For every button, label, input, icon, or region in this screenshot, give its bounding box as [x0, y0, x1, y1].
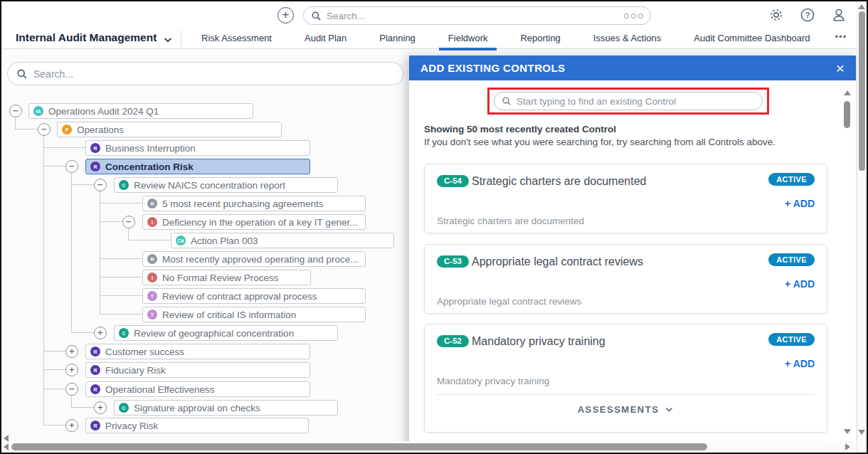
add-control-button[interactable]: + ADD [785, 278, 815, 290]
control-badge: C [119, 328, 129, 338]
request-badge: R [147, 199, 157, 208]
tree-connector [44, 351, 65, 352]
tree-node-label: Action Plan 003 [191, 236, 258, 246]
expand-toggle[interactable]: + [94, 401, 107, 414]
tab-reporting[interactable]: Reporting [504, 28, 576, 49]
tree-node-label: Review of critical IS information [162, 310, 296, 320]
tree-node-label: Concentration Risk [105, 162, 194, 172]
create-new-icon[interactable]: + [277, 7, 294, 23]
tab-audit-plan[interactable]: Audit Plan [288, 28, 363, 49]
tree-node-request[interactable]: R 5 most recent purchasing agreements [142, 196, 366, 211]
app-title[interactable]: Internal Audit Management [16, 31, 157, 44]
top-bar: + ? [1, 1, 867, 28]
tree-connector [100, 203, 142, 204]
risk-badge: R [90, 162, 100, 171]
modal-scroll-down-arrow[interactable] [844, 429, 851, 434]
chevron-down-icon [665, 405, 674, 414]
tab-audit-committee-dashboard[interactable]: Audit Committee Dashboard [677, 28, 826, 49]
chevron-down-icon[interactable] [163, 35, 173, 45]
control-search[interactable] [494, 92, 763, 110]
more-tabs-icon[interactable]: ••• [827, 28, 856, 49]
tree-node-risk[interactable]: R Business Interruption [85, 140, 310, 156]
tree-search-input[interactable] [33, 68, 395, 80]
test-badge: T [147, 310, 157, 320]
control-description: Appropriate legal contract reviews [437, 296, 581, 307]
tree-connector [71, 173, 72, 333]
tab-risk-assessment[interactable]: Risk Assessment [185, 28, 288, 49]
tree-node-issue[interactable]: I No Formal Review Process [142, 270, 311, 285]
collapse-toggle[interactable]: − [38, 123, 51, 136]
tree-node-test[interactable]: T Review of critical IS information [142, 307, 366, 322]
gear-icon[interactable] [768, 7, 784, 23]
modal-scroll-up-arrow[interactable] [844, 90, 851, 95]
collapse-toggle[interactable]: − [94, 179, 107, 191]
add-control-button[interactable]: + ADD [785, 198, 815, 209]
modal-header: ADD EXISTING CONTROLS × [409, 56, 856, 80]
help-icon[interactable]: ? [800, 7, 815, 23]
tree-node-label: Deficiency in the operation of a key IT … [162, 217, 357, 228]
control-badge: C [119, 180, 129, 190]
collapse-toggle[interactable]: − [65, 383, 78, 396]
assessments-expander[interactable]: ASSESSMENTS [425, 404, 827, 415]
tree-node-risk[interactable]: R Privacy Risk [85, 418, 309, 433]
status-badge: ACTIVE [768, 173, 815, 186]
search-icon [311, 11, 322, 21]
tree-node-risk[interactable]: R Customer success [85, 344, 310, 359]
tree-node-action[interactable]: CA Action Plan 003 [171, 233, 394, 248]
request-badge: R [147, 254, 157, 264]
tree-node-label: Operational Effectiveness [105, 384, 215, 395]
expand-toggle[interactable]: + [65, 345, 78, 358]
tree-node-risk[interactable]: R Operational Effectiveness [85, 381, 310, 397]
search-options-icon[interactable] [624, 14, 643, 19]
close-icon[interactable]: × [836, 61, 845, 75]
control-search-input[interactable] [517, 96, 755, 107]
tree-node-test[interactable]: T Review of contract approval process [142, 288, 366, 304]
page-vertical-scrollbar-thumb[interactable] [859, 11, 865, 171]
tree-node-request[interactable]: R Most recently approved operating and p… [142, 251, 366, 267]
test-badge: T [147, 291, 157, 301]
tree-connector [100, 221, 122, 222]
control-id-badge: C-54 [437, 175, 469, 187]
control-id-badge: C-52 [437, 335, 469, 347]
page-scroll-right-arrow[interactable] [845, 443, 850, 450]
tree-scroll-left-arrow[interactable] [4, 435, 9, 442]
tree-node-control[interactable]: C Review of geographical concentration [114, 325, 338, 341]
tab-fieldwork[interactable]: Fieldwork [432, 28, 504, 49]
tree-node-control[interactable]: C Signature approval on checks [114, 400, 338, 416]
expand-toggle[interactable]: + [65, 364, 78, 376]
tree-node-risk-selected[interactable]: R Concentration Risk [85, 159, 310, 174]
tab-issues-actions[interactable]: Issues & Actions [577, 28, 677, 49]
tree-search[interactable] [7, 62, 404, 85]
tree-node-label: Operations [77, 125, 124, 135]
expand-toggle[interactable]: + [65, 419, 78, 432]
tree-node-issue[interactable]: I Deficiency in the operation of a key I… [142, 214, 366, 230]
page-scroll-left-arrow[interactable] [4, 443, 9, 450]
tree-connector [100, 258, 142, 259]
tree-connector [15, 117, 16, 130]
tree-node-audit[interactable]: IA Operations Audit 2024 Q1 [28, 103, 253, 119]
tree-node-label: Operations Audit 2024 Q1 [48, 106, 159, 117]
page-horizontal-scrollbar-thumb[interactable] [11, 443, 707, 450]
global-search-input[interactable] [327, 11, 619, 21]
collapse-toggle[interactable]: − [9, 105, 22, 117]
tree-node-control[interactable]: C Review NAICS concentration report [114, 177, 338, 193]
page-scroll-up-arrow[interactable] [858, 4, 865, 9]
control-card: C-54 Strategic charters are documented A… [424, 164, 827, 233]
tree-node-process[interactable]: P Operations [57, 122, 282, 137]
risk-badge: R [90, 365, 100, 375]
tree-connector [72, 332, 94, 333]
collapse-toggle[interactable]: − [122, 216, 135, 228]
tree-node-label: Fiduciary Risk [105, 365, 166, 376]
add-control-button[interactable]: + ADD [785, 358, 815, 369]
user-icon[interactable] [831, 7, 847, 23]
tree-node-risk[interactable]: R Fiduciary Risk [85, 362, 310, 378]
tab-planning[interactable]: Planning [363, 28, 432, 49]
page-scroll-down-arrow[interactable] [858, 430, 865, 435]
tree-node-label: Business Interruption [105, 143, 196, 154]
tree-node-label: No Formal Review Process [162, 273, 279, 283]
expand-toggle[interactable]: + [94, 327, 107, 339]
tree-connector [128, 228, 129, 241]
global-search[interactable] [303, 6, 651, 25]
modal-scrollbar-thumb[interactable] [844, 101, 850, 128]
collapse-toggle[interactable]: − [65, 160, 78, 173]
